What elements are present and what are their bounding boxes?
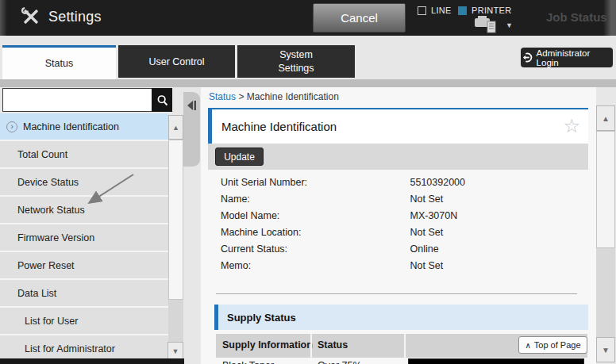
update-button[interactable]: Update <box>215 148 264 166</box>
top-of-page-button[interactable]: ∧ Top of Page <box>518 336 587 354</box>
field-current-status: Current Status: Online <box>221 243 578 260</box>
section-divider <box>216 293 577 294</box>
column-separator <box>404 334 406 358</box>
black-toner-level-bar <box>408 358 584 364</box>
field-name: Name: Not Set <box>221 193 578 210</box>
main-scroll-up-button[interactable]: ▲ <box>596 105 615 131</box>
tab-status[interactable]: Status <box>2 45 116 79</box>
line-label: LINE <box>431 6 452 15</box>
tab-row-divider <box>0 79 616 87</box>
administrator-login-label: Administrator Login <box>537 48 613 67</box>
top-bar: Settings Cancel LINE PRINTER ▼ Job Statu… <box>0 0 616 36</box>
printer-caret-down-icon[interactable]: ▼ <box>506 21 513 29</box>
field-label: Memo: <box>221 260 407 271</box>
field-value: 5510392000 <box>410 177 465 188</box>
field-label: Model Name: <box>221 210 407 221</box>
printer-indicator: PRINTER <box>458 6 511 15</box>
sidebar-item-data-list[interactable]: Data List <box>0 280 168 308</box>
column-separator <box>310 334 312 358</box>
search-button[interactable] <box>152 88 172 112</box>
field-label: Unit Serial Number: <box>221 177 407 188</box>
breadcrumb-separator: > <box>238 91 244 102</box>
field-label: Machine Location: <box>221 227 407 238</box>
line-checkbox-icon <box>418 6 426 15</box>
sidebar-item-firmware-version[interactable]: Firmware Version <box>0 224 168 252</box>
supply-status-header: Supply Status <box>214 305 588 330</box>
field-value: Not Set <box>410 260 443 271</box>
login-arrow-icon <box>521 52 533 63</box>
field-machine-location: Machine Location: Not Set <box>221 227 578 243</box>
administrator-login-button[interactable]: Administrator Login <box>521 48 613 67</box>
settings-screen: Settings Cancel LINE PRINTER ▼ Job Statu… <box>0 0 616 364</box>
printer-label: PRINTER <box>472 6 511 15</box>
sidebar-bottom-edge <box>0 358 184 364</box>
breadcrumb: Status > Machine Identification <box>209 91 339 102</box>
cancel-button[interactable]: Cancel <box>313 3 406 33</box>
sidebar-scrollbar-track[interactable] <box>168 300 183 342</box>
field-unit-serial-number: Unit Serial Number: 5510392000 <box>221 177 578 193</box>
tab-system-settings-label: System Settings <box>268 48 325 75</box>
sidebar-collapse-handle[interactable] <box>183 92 200 167</box>
sidebar-item-network-status[interactable]: Network Status <box>0 197 168 224</box>
printer-icon[interactable] <box>474 15 499 36</box>
page-title-panel: Machine Identification ☆ <box>208 108 588 144</box>
app-title-group: Settings <box>21 6 102 27</box>
sidebar-item-total-count[interactable]: Total Count <box>0 141 168 169</box>
sidebar-search-input[interactable] <box>2 88 152 112</box>
column-supply-information: Supply Information <box>222 339 313 351</box>
sidebar-menu: › Machine Identification Total Count Dev… <box>0 113 168 363</box>
supply-row-status: Over 75% <box>318 360 362 364</box>
tab-system-settings[interactable]: System Settings <box>237 45 355 78</box>
breadcrumb-current: Machine Identification <box>247 91 339 102</box>
sidebar-scrollbar-thumb[interactable] <box>168 140 183 300</box>
main-scrollbar-track[interactable] <box>596 248 615 337</box>
sidebar-scroll-up-button[interactable]: ▲ <box>168 115 183 140</box>
tab-user-control[interactable]: User Control <box>118 45 235 78</box>
sidebar-item-power-reset[interactable]: Power Reset <box>0 252 168 280</box>
search-icon <box>156 94 169 107</box>
sidebar-item-device-status[interactable]: Device Status <box>0 169 168 197</box>
toolbar-strip <box>208 144 588 170</box>
field-memo: Memo: Not Set <box>221 260 578 277</box>
field-value: Not Set <box>410 193 443 205</box>
line-indicator: LINE <box>418 6 452 15</box>
printer-status-icon <box>458 6 467 15</box>
field-label: Name: <box>221 193 407 205</box>
app-title: Settings <box>48 9 102 25</box>
settings-tools-icon <box>21 6 41 27</box>
field-value: MX-3070N <box>410 210 457 221</box>
field-model-name: Model Name: MX-3070N <box>221 210 578 227</box>
page-title: Machine Identification <box>212 120 337 133</box>
selected-chevron-icon: › <box>6 121 17 132</box>
column-status: Status <box>318 339 348 351</box>
top-of-page-label: Top of Page <box>534 340 581 350</box>
supply-row-name: Black Toner <box>222 360 274 364</box>
main-scrollbar-thumb[interactable] <box>596 131 615 248</box>
main-scroll-down-button[interactable]: ▼ <box>596 337 615 362</box>
field-value: Online <box>410 243 438 255</box>
field-label: Current Status: <box>221 243 407 255</box>
sidebar-item-list-for-user[interactable]: List for User <box>0 308 168 335</box>
collapse-left-icon <box>187 100 197 111</box>
breadcrumb-status-link[interactable]: Status <box>209 91 236 102</box>
job-status-button[interactable]: Job Status <box>546 10 607 24</box>
favorite-star-icon[interactable]: ☆ <box>563 115 580 137</box>
sidebar-item-machine-identification[interactable]: › Machine Identification <box>0 113 168 141</box>
sidebar-item-label: Machine Identification <box>23 121 119 132</box>
chevron-up-icon: ∧ <box>525 341 530 350</box>
field-value: Not Set <box>410 227 443 238</box>
